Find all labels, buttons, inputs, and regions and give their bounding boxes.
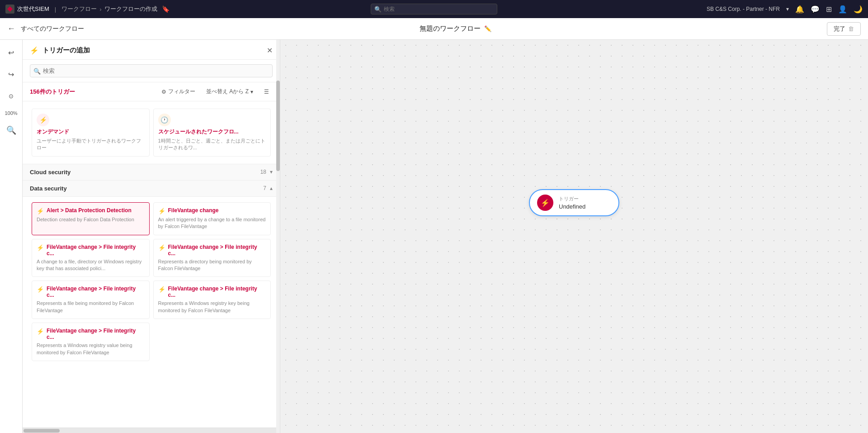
- sort-chevron-icon: ▾: [250, 89, 253, 95]
- app-name: 次世代SIEM: [17, 5, 49, 13]
- panel-header: ⚡ トリガーの追加 ✕: [23, 40, 280, 60]
- zoom-fit-button[interactable]: ⊙: [4, 89, 19, 103]
- data-security-title: Data security: [30, 185, 259, 192]
- trigger-name-5: FileVantage change > File integrity c...: [168, 285, 266, 298]
- moon-icon[interactable]: 🌙: [854, 5, 863, 14]
- user-icon[interactable]: 👤: [838, 5, 847, 14]
- redo-button[interactable]: ↪: [4, 67, 19, 81]
- trigger-panel: ⚡ トリガーの追加 ✕ 🔍 156件のトリガー ⚙ フィルター 並べ替え Aから…: [23, 40, 280, 433]
- workflow-title-area: 無題のワークフロー ✏️: [90, 24, 821, 33]
- sort-button[interactable]: 並べ替え Aから Z ▾: [203, 86, 257, 97]
- trigger-name-0: Alert > Data Protection Detection: [47, 207, 132, 214]
- trigger-count-prefix: 156件の: [30, 88, 52, 95]
- data-security-section-header[interactable]: Data security 7 ▴: [23, 181, 280, 197]
- panel-body: ⚡ オンデマンド ユーザーにより手動でトリガーされるワークフロー 🕐 スケジュー…: [23, 101, 280, 428]
- trigger-card-filevantage-file-integrity-5[interactable]: ⚡ FileVantage change > File integrity c.…: [32, 323, 150, 361]
- icon-sidebar: ↩ ↪ ⊙ 100% 🔍: [0, 40, 23, 433]
- edit-title-icon[interactable]: ✏️: [484, 25, 491, 32]
- cloud-security-section-header[interactable]: Cloud security 18 ▾: [23, 164, 280, 181]
- trash-icon[interactable]: 🗑: [848, 25, 854, 32]
- scheduled-trigger[interactable]: 🕐 スケジュールされたワークフロ... 1時間ごと、日ごと、週ごと、または月ごと…: [153, 109, 271, 157]
- vertical-scroll-thumb[interactable]: [276, 81, 280, 171]
- trigger-lightning-4: ⚡: [37, 286, 44, 293]
- trigger-node-label: トリガー: [559, 195, 585, 202]
- filter-label: フィルター: [168, 88, 195, 95]
- horizontal-scrollbar[interactable]: [23, 428, 280, 433]
- on-demand-desc: ユーザーにより手動でトリガーされるワークフロー: [37, 138, 145, 152]
- bookmark-icon[interactable]: 🔖: [162, 5, 170, 13]
- trigger-lightning-5: ⚡: [158, 286, 165, 293]
- trigger-node-icon: ⚡: [537, 195, 553, 211]
- trigger-lightning-1: ⚡: [158, 208, 165, 214]
- zoom-out-button[interactable]: 🔍: [4, 123, 19, 138]
- trigger-name-2: FileVantage change > File integrity c...: [47, 244, 145, 257]
- filter-button[interactable]: ⚙ フィルター: [158, 86, 199, 97]
- global-search[interactable]: 🔍: [371, 4, 497, 14]
- zoom-label: 100%: [5, 110, 17, 116]
- panel-close-button[interactable]: ✕: [267, 46, 273, 55]
- trigger-name-4: FileVantage change > File integrity c...: [47, 285, 145, 298]
- cloud-security-count: 18: [260, 169, 266, 175]
- app-logo: 次世代SIEM: [5, 5, 49, 14]
- vertical-scroll-track[interactable]: [276, 40, 280, 433]
- on-demand-trigger[interactable]: ⚡ オンデマンド ユーザーにより手動でトリガーされるワークフロー: [32, 109, 150, 157]
- trigger-name-3: FileVantage change > File integrity c...: [168, 244, 266, 257]
- bell-icon[interactable]: 🔔: [795, 5, 804, 14]
- back-button[interactable]: ←: [7, 24, 15, 33]
- horizontal-scroll-thumb[interactable]: [24, 429, 60, 433]
- workflow-title: 無題のワークフロー: [420, 24, 481, 33]
- trigger-card-filevantage-file-integrity-1[interactable]: ⚡ FileVantage change > File integrity c.…: [32, 239, 150, 277]
- trigger-desc-6: Represents a Windows registry value bein…: [37, 342, 145, 356]
- filter-icon: ⚙: [161, 89, 166, 95]
- search-input[interactable]: [371, 4, 497, 14]
- main-layout: ↩ ↪ ⊙ 100% 🔍 ⚡ トリガーの追加 ✕ 🔍 156件のトリガー ⚙: [0, 40, 868, 433]
- chat-icon[interactable]: 💬: [811, 5, 820, 14]
- panel-search-icon: 🔍: [33, 67, 41, 74]
- sort-label: 並べ替え Aから Z: [206, 88, 249, 95]
- undo-button[interactable]: ↩: [4, 45, 19, 60]
- topnav-right: SB C&S Corp. - Partner - NFR ▾ 🔔 💬 ⊞ 👤 🌙: [707, 5, 863, 14]
- list-icon: ☰: [264, 89, 269, 95]
- all-workflows-link[interactable]: すべてのワークフロー: [21, 25, 84, 33]
- trigger-name-1: FileVantage change: [168, 207, 219, 214]
- workflow-canvas[interactable]: ⚡ トリガー Undefined: [280, 40, 868, 433]
- panel-search-input[interactable]: [30, 64, 273, 77]
- trigger-card-alert-data-protection[interactable]: ⚡ Alert > Data Protection Detection Dete…: [32, 202, 150, 235]
- breadcrumb-item-1[interactable]: ワークフロー: [61, 5, 97, 13]
- trigger-desc-5: Represents a Windows registry key being …: [158, 300, 266, 314]
- breadcrumb: ワークフロー › ワークフローの作成 🔖: [61, 5, 169, 13]
- breadcrumb-sep-1: ›: [99, 6, 101, 13]
- panel-title: トリガーの追加: [42, 46, 263, 55]
- trigger-node[interactable]: ⚡ トリガー Undefined: [529, 189, 619, 216]
- trigger-card-filevantage-file-integrity-3[interactable]: ⚡ FileVantage change > File integrity c.…: [32, 281, 150, 319]
- complete-button[interactable]: 完了 🗑: [827, 22, 861, 36]
- trigger-lightning-6: ⚡: [37, 328, 44, 335]
- data-security-triggers-grid: ⚡ Alert > Data Protection Detection Dete…: [23, 197, 280, 366]
- breadcrumb-item-2: ワークフローの作成: [104, 5, 157, 13]
- trigger-count-suffix: トリガー: [52, 88, 75, 95]
- trigger-desc-2: A change to a file, directory or Windows…: [37, 258, 145, 272]
- trigger-node-value: Undefined: [559, 203, 585, 210]
- trigger-card-filevantage-file-integrity-2[interactable]: ⚡ FileVantage change > File integrity c.…: [153, 239, 271, 277]
- panel-search-area: 🔍: [23, 60, 280, 82]
- trigger-desc-1: An alert triggered by a change to a file…: [158, 216, 266, 230]
- trigger-card-filevantage-change[interactable]: ⚡ FileVantage change An alert triggered …: [153, 202, 271, 235]
- search-icon: 🔍: [374, 6, 382, 13]
- chevron-down-icon[interactable]: ▾: [786, 6, 789, 12]
- company-label: SB C&S Corp. - Partner - NFR: [707, 6, 780, 12]
- trigger-lightning-0: ⚡: [37, 208, 44, 214]
- trigger-name-6: FileVantage change > File integrity c...: [47, 328, 145, 340]
- on-demand-icon: ⚡: [37, 114, 49, 126]
- trigger-card-filevantage-file-integrity-4[interactable]: ⚡ FileVantage change > File integrity c.…: [153, 281, 271, 319]
- trigger-desc-4: Represents a file being monitored by Fal…: [37, 300, 145, 314]
- grid-icon[interactable]: ⊞: [826, 5, 832, 14]
- top-navigation: 次世代SIEM | ワークフロー › ワークフローの作成 🔖 🔍 SB C&S …: [0, 0, 868, 18]
- cloud-security-chevron-icon: ▾: [270, 169, 273, 175]
- subbar: ← すべてのワークフロー 無題のワークフロー ✏️ 完了 🗑: [0, 18, 868, 40]
- trigger-lightning-3: ⚡: [158, 244, 165, 251]
- scheduled-desc: 1時間ごと、日ごと、週ごと、または月ごとにトリガーされるワ...: [158, 138, 266, 152]
- trigger-node-text: トリガー Undefined: [559, 195, 585, 210]
- trigger-count: 156件のトリガー: [30, 88, 154, 96]
- cloud-security-title: Cloud security: [30, 169, 257, 176]
- list-view-button[interactable]: ☰: [260, 87, 273, 97]
